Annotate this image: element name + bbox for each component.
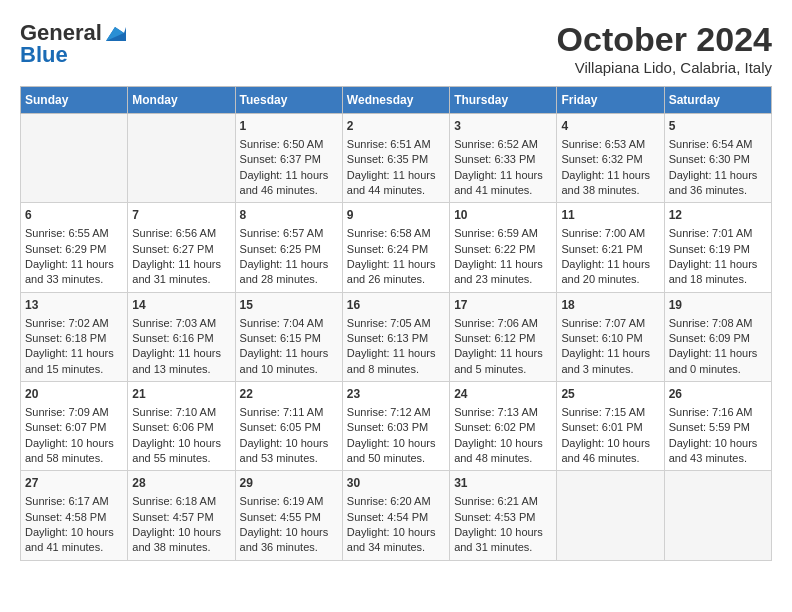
calendar-week-5: 27Sunrise: 6:17 AMSunset: 4:58 PMDayligh… xyxy=(21,471,772,560)
day-info: Daylight: 11 hours and 5 minutes. xyxy=(454,346,552,377)
calendar-cell xyxy=(128,114,235,203)
day-number: 20 xyxy=(25,386,123,403)
title-section: October 2024 Villapiana Lido, Calabria, … xyxy=(557,20,772,76)
calendar-cell: 7Sunrise: 6:56 AMSunset: 6:27 PMDaylight… xyxy=(128,203,235,292)
calendar-cell xyxy=(664,471,771,560)
calendar-cell: 25Sunrise: 7:15 AMSunset: 6:01 PMDayligh… xyxy=(557,382,664,471)
day-info: Sunrise: 6:21 AM xyxy=(454,494,552,509)
calendar-cell: 9Sunrise: 6:58 AMSunset: 6:24 PMDaylight… xyxy=(342,203,449,292)
header-day-thursday: Thursday xyxy=(450,87,557,114)
day-info: Sunrise: 6:58 AM xyxy=(347,226,445,241)
calendar-cell: 26Sunrise: 7:16 AMSunset: 5:59 PMDayligh… xyxy=(664,382,771,471)
day-number: 7 xyxy=(132,207,230,224)
day-number: 2 xyxy=(347,118,445,135)
calendar-cell: 22Sunrise: 7:11 AMSunset: 6:05 PMDayligh… xyxy=(235,382,342,471)
calendar-cell xyxy=(21,114,128,203)
day-info: Sunset: 6:16 PM xyxy=(132,331,230,346)
day-number: 17 xyxy=(454,297,552,314)
header-day-friday: Friday xyxy=(557,87,664,114)
day-info: Daylight: 11 hours and 36 minutes. xyxy=(669,168,767,199)
calendar-cell: 27Sunrise: 6:17 AMSunset: 4:58 PMDayligh… xyxy=(21,471,128,560)
day-info: Sunrise: 7:05 AM xyxy=(347,316,445,331)
day-number: 18 xyxy=(561,297,659,314)
day-info: Sunset: 6:29 PM xyxy=(25,242,123,257)
header-day-tuesday: Tuesday xyxy=(235,87,342,114)
day-info: Sunset: 5:59 PM xyxy=(669,420,767,435)
day-number: 3 xyxy=(454,118,552,135)
day-number: 5 xyxy=(669,118,767,135)
day-info: Daylight: 11 hours and 38 minutes. xyxy=(561,168,659,199)
day-info: Daylight: 11 hours and 10 minutes. xyxy=(240,346,338,377)
day-info: Sunrise: 6:52 AM xyxy=(454,137,552,152)
day-info: Sunrise: 6:18 AM xyxy=(132,494,230,509)
day-info: Daylight: 10 hours and 38 minutes. xyxy=(132,525,230,556)
day-info: Daylight: 10 hours and 43 minutes. xyxy=(669,436,767,467)
day-info: Sunset: 6:07 PM xyxy=(25,420,123,435)
day-info: Sunrise: 6:17 AM xyxy=(25,494,123,509)
calendar-cell: 19Sunrise: 7:08 AMSunset: 6:09 PMDayligh… xyxy=(664,292,771,381)
calendar-cell: 15Sunrise: 7:04 AMSunset: 6:15 PMDayligh… xyxy=(235,292,342,381)
calendar-cell: 3Sunrise: 6:52 AMSunset: 6:33 PMDaylight… xyxy=(450,114,557,203)
day-number: 16 xyxy=(347,297,445,314)
day-number: 15 xyxy=(240,297,338,314)
day-info: Sunset: 4:53 PM xyxy=(454,510,552,525)
calendar-cell: 31Sunrise: 6:21 AMSunset: 4:53 PMDayligh… xyxy=(450,471,557,560)
calendar-cell: 5Sunrise: 6:54 AMSunset: 6:30 PMDaylight… xyxy=(664,114,771,203)
day-info: Sunrise: 7:06 AM xyxy=(454,316,552,331)
calendar-cell: 29Sunrise: 6:19 AMSunset: 4:55 PMDayligh… xyxy=(235,471,342,560)
month-title: October 2024 xyxy=(557,20,772,59)
day-info: Daylight: 11 hours and 8 minutes. xyxy=(347,346,445,377)
day-info: Daylight: 11 hours and 44 minutes. xyxy=(347,168,445,199)
day-info: Sunset: 6:05 PM xyxy=(240,420,338,435)
day-number: 13 xyxy=(25,297,123,314)
day-info: Sunset: 6:32 PM xyxy=(561,152,659,167)
calendar-cell: 1Sunrise: 6:50 AMSunset: 6:37 PMDaylight… xyxy=(235,114,342,203)
day-info: Daylight: 11 hours and 13 minutes. xyxy=(132,346,230,377)
day-info: Sunset: 6:27 PM xyxy=(132,242,230,257)
day-info: Daylight: 11 hours and 3 minutes. xyxy=(561,346,659,377)
day-number: 14 xyxy=(132,297,230,314)
day-number: 8 xyxy=(240,207,338,224)
day-info: Daylight: 11 hours and 23 minutes. xyxy=(454,257,552,288)
day-info: Sunset: 6:19 PM xyxy=(669,242,767,257)
day-info: Sunrise: 7:04 AM xyxy=(240,316,338,331)
calendar-cell: 13Sunrise: 7:02 AMSunset: 6:18 PMDayligh… xyxy=(21,292,128,381)
day-number: 26 xyxy=(669,386,767,403)
day-number: 24 xyxy=(454,386,552,403)
calendar-cell: 6Sunrise: 6:55 AMSunset: 6:29 PMDaylight… xyxy=(21,203,128,292)
day-info: Sunset: 6:35 PM xyxy=(347,152,445,167)
calendar-cell: 20Sunrise: 7:09 AMSunset: 6:07 PMDayligh… xyxy=(21,382,128,471)
day-info: Sunrise: 7:03 AM xyxy=(132,316,230,331)
day-info: Sunset: 6:09 PM xyxy=(669,331,767,346)
day-info: Sunrise: 7:00 AM xyxy=(561,226,659,241)
day-number: 27 xyxy=(25,475,123,492)
day-info: Daylight: 10 hours and 34 minutes. xyxy=(347,525,445,556)
calendar-cell: 14Sunrise: 7:03 AMSunset: 6:16 PMDayligh… xyxy=(128,292,235,381)
calendar-cell: 23Sunrise: 7:12 AMSunset: 6:03 PMDayligh… xyxy=(342,382,449,471)
day-info: Sunrise: 7:13 AM xyxy=(454,405,552,420)
day-number: 10 xyxy=(454,207,552,224)
day-info: Sunrise: 6:54 AM xyxy=(669,137,767,152)
day-info: Sunset: 6:25 PM xyxy=(240,242,338,257)
day-info: Daylight: 10 hours and 31 minutes. xyxy=(454,525,552,556)
day-info: Sunset: 6:02 PM xyxy=(454,420,552,435)
calendar-cell: 16Sunrise: 7:05 AMSunset: 6:13 PMDayligh… xyxy=(342,292,449,381)
day-info: Sunset: 6:22 PM xyxy=(454,242,552,257)
day-info: Daylight: 11 hours and 26 minutes. xyxy=(347,257,445,288)
day-info: Daylight: 11 hours and 33 minutes. xyxy=(25,257,123,288)
day-number: 31 xyxy=(454,475,552,492)
day-info: Sunrise: 6:57 AM xyxy=(240,226,338,241)
day-info: Daylight: 10 hours and 36 minutes. xyxy=(240,525,338,556)
calendar-cell: 11Sunrise: 7:00 AMSunset: 6:21 PMDayligh… xyxy=(557,203,664,292)
calendar-week-4: 20Sunrise: 7:09 AMSunset: 6:07 PMDayligh… xyxy=(21,382,772,471)
day-info: Sunset: 4:54 PM xyxy=(347,510,445,525)
day-info: Daylight: 10 hours and 50 minutes. xyxy=(347,436,445,467)
day-number: 11 xyxy=(561,207,659,224)
day-number: 19 xyxy=(669,297,767,314)
day-number: 22 xyxy=(240,386,338,403)
calendar-cell: 18Sunrise: 7:07 AMSunset: 6:10 PMDayligh… xyxy=(557,292,664,381)
day-info: Sunrise: 7:15 AM xyxy=(561,405,659,420)
day-info: Sunrise: 7:02 AM xyxy=(25,316,123,331)
day-info: Daylight: 10 hours and 53 minutes. xyxy=(240,436,338,467)
day-info: Sunset: 6:15 PM xyxy=(240,331,338,346)
